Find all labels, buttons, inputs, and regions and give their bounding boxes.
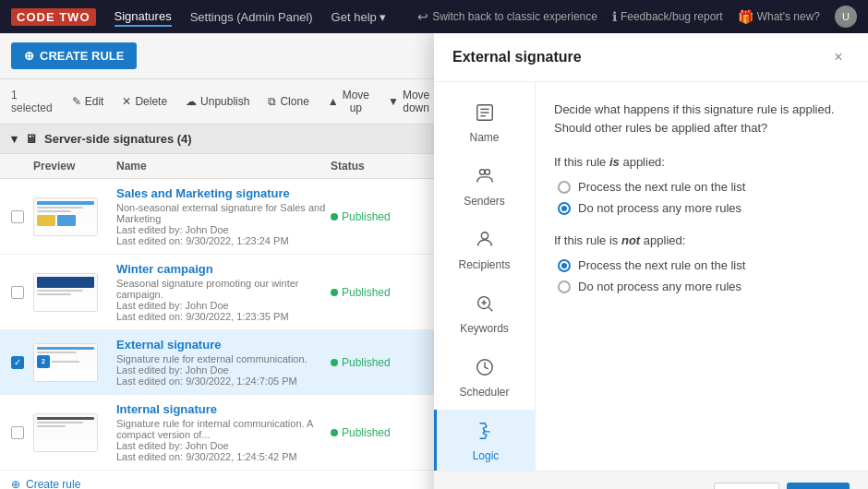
- svg-point-4: [479, 170, 485, 175]
- row-checkbox[interactable]: [11, 210, 24, 223]
- modal-header: External signature ×: [434, 33, 868, 82]
- modal-description: Decide what happens if this signature ru…: [554, 101, 850, 137]
- modal-nav-keywords[interactable]: Keywords: [434, 282, 535, 346]
- clone-button[interactable]: ⧉ Clone: [259, 91, 317, 112]
- status-dot: [331, 213, 338, 221]
- keywords-icon: [475, 293, 495, 316]
- avatar[interactable]: U: [835, 6, 857, 28]
- status-badge: Published: [331, 426, 423, 439]
- signature-preview: [33, 273, 98, 312]
- whats-new-link[interactable]: 🎁 What's new?: [738, 9, 820, 24]
- status-badge: Published: [331, 210, 423, 223]
- modal-nav-logic[interactable]: Logic: [434, 410, 535, 471]
- svg-point-6: [481, 233, 488, 239]
- nav-right: ↩ Switch back to classic experience ℹ Fe…: [417, 6, 857, 28]
- create-rule-button[interactable]: ⊕ CREATE RULE: [11, 42, 137, 69]
- signature-info: External signature Signature rule for ex…: [116, 338, 331, 387]
- server-table-header: Preview Name Status: [0, 154, 434, 179]
- signature-preview: 2: [33, 343, 98, 382]
- not-applied-radio-stop[interactable]: Do not process any more rules: [558, 280, 850, 293]
- modal-nav-scheduler[interactable]: Scheduler: [434, 346, 535, 410]
- modal-footer: Back Next: [434, 471, 868, 489]
- row-checkbox[interactable]: [11, 286, 24, 299]
- radio-circle: [558, 280, 571, 293]
- table-row[interactable]: Internal signature Signature rule for in…: [0, 395, 434, 471]
- row-checkbox[interactable]: [11, 426, 24, 439]
- signature-info: Internal signature Signature rule for in…: [116, 402, 331, 462]
- svg-point-5: [485, 170, 490, 175]
- signature-preview: [33, 197, 98, 236]
- status-dot: [331, 429, 338, 436]
- back-button[interactable]: Back: [714, 483, 779, 489]
- next-button[interactable]: Next: [787, 483, 850, 489]
- delete-button[interactable]: ✕ Delete: [114, 91, 175, 112]
- name-icon: [475, 102, 495, 125]
- nav-settings[interactable]: Settings (Admin Panel): [190, 8, 313, 26]
- modal-nav-name[interactable]: Name: [434, 91, 535, 155]
- unpublish-button[interactable]: ☁ Unpublish: [177, 91, 258, 112]
- table-row[interactable]: Sales and Marketing signature Non-season…: [0, 179, 434, 255]
- left-panel: ⊕ CREATE RULE 1 selected ✎ Edit ✕ Delete…: [0, 33, 434, 489]
- move-up-button[interactable]: ▲ Move up: [319, 85, 378, 118]
- selected-count: 1 selected: [11, 89, 53, 114]
- main-content: ⊕ CREATE RULE 1 selected ✎ Edit ✕ Delete…: [0, 33, 868, 489]
- status-dot: [331, 359, 338, 366]
- server-side-section-header[interactable]: ▾ 🖥 Server-side signatures (4): [0, 125, 434, 154]
- signature-preview: [33, 413, 98, 452]
- modal-main-content: Decide what happens if this signature ru…: [536, 82, 868, 471]
- logic-icon: [476, 421, 496, 444]
- app-logo: CODE TWO: [11, 8, 96, 26]
- not-applied-radio-group: Process the next rule on the list Do not…: [554, 258, 850, 293]
- signature-info: Winter campaign Seasonal signature promo…: [116, 262, 331, 322]
- external-signature-modal: External signature × Name: [434, 33, 868, 489]
- signature-info: Sales and Marketing signature Non-season…: [116, 186, 331, 246]
- modal-close-button[interactable]: ×: [827, 46, 850, 68]
- table-row[interactable]: Winter campaign Seasonal signature promo…: [0, 255, 434, 330]
- status-badge: Published: [331, 356, 423, 369]
- modal-title: External signature: [452, 49, 582, 66]
- not-applied-section-title: If this rule is not applied:: [554, 233, 850, 247]
- status-badge: Published: [331, 286, 423, 299]
- senders-icon: [475, 166, 495, 189]
- top-nav: CODE TWO Signatures Settings (Admin Pane…: [0, 0, 868, 33]
- create-rule-link[interactable]: ⊕ Create rule: [0, 471, 434, 489]
- table-row[interactable]: ✓ 2 External signature Signature rule fo…: [0, 330, 434, 395]
- nav-help[interactable]: Get help ▾: [332, 8, 387, 26]
- move-down-button[interactable]: ▼ Move down: [380, 85, 434, 118]
- chevron-down-icon: ▾: [11, 132, 18, 146]
- plus-icon: ⊕: [24, 49, 34, 63]
- scheduler-icon: [475, 357, 495, 380]
- applied-section-title: If this rule is applied:: [554, 155, 850, 169]
- svg-line-8: [488, 307, 492, 311]
- applied-radio-stop[interactable]: Do not process any more rules: [558, 201, 850, 215]
- edit-button[interactable]: ✎ Edit: [64, 91, 113, 112]
- plus-icon: ⊕: [11, 478, 20, 489]
- modal-nav-senders[interactable]: Senders: [434, 155, 535, 219]
- feedback-link[interactable]: ℹ Feedback/bug report: [612, 9, 723, 24]
- row-checkbox[interactable]: ✓: [11, 356, 24, 369]
- status-dot: [331, 289, 338, 296]
- classic-link[interactable]: ↩ Switch back to classic experience: [417, 9, 597, 24]
- recipients-icon: [475, 230, 495, 253]
- applied-radio-next[interactable]: Process the next rule on the list: [558, 180, 850, 194]
- radio-circle: [558, 181, 571, 194]
- action-bar: 1 selected ✎ Edit ✕ Delete ☁ Unpublish ⧉…: [0, 79, 434, 125]
- toolbar: ⊕ CREATE RULE: [0, 33, 434, 79]
- not-applied-radio-next[interactable]: Process the next rule on the list: [558, 258, 850, 272]
- applied-radio-group: Process the next rule on the list Do not…: [554, 180, 850, 215]
- modal-body: Name Senders Rec: [434, 82, 868, 471]
- server-icon: 🖥: [25, 132, 37, 146]
- radio-circle-selected: [558, 259, 571, 272]
- nav-signatures[interactable]: Signatures: [115, 7, 172, 27]
- modal-nav-recipients[interactable]: Recipients: [434, 219, 535, 282]
- modal-sidebar: Name Senders Rec: [434, 82, 536, 471]
- radio-circle-selected: [558, 202, 571, 215]
